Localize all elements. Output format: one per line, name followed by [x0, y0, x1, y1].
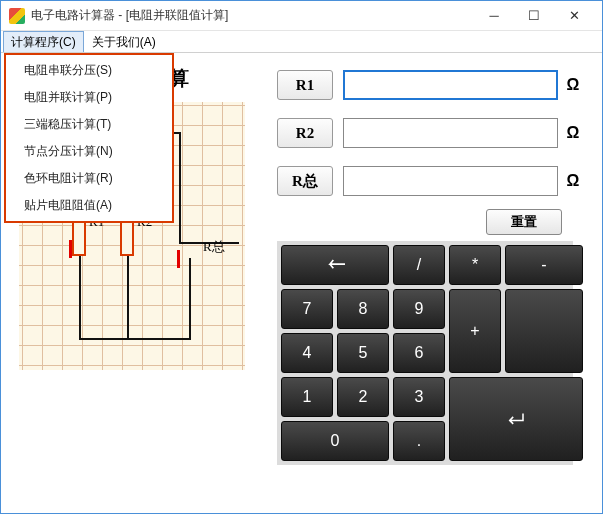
maximize-button[interactable]: ☐ — [514, 2, 554, 30]
menu-item-parallel[interactable]: 电阻并联计算(P) — [6, 84, 172, 111]
key-spacer-right[interactable] — [505, 289, 583, 373]
menu-item-colorring[interactable]: 色环电阻计算(R) — [6, 165, 172, 192]
menu-about[interactable]: 关于我们(A) — [84, 31, 164, 52]
key-enter[interactable] — [449, 377, 583, 461]
key-multiply[interactable]: * — [449, 245, 501, 285]
key-backspace[interactable] — [281, 245, 389, 285]
menu-item-smd[interactable]: 贴片电阻阻值(A) — [6, 192, 172, 219]
key-3[interactable]: 3 — [393, 377, 445, 417]
menu-item-regulator[interactable]: 三端稳压计算(T) — [6, 111, 172, 138]
menu-calc[interactable]: 计算程序(C) 电阻串联分压(S) 电阻并联计算(P) 三端稳压计算(T) 节点… — [3, 31, 84, 52]
menu-calc-dropdown: 电阻串联分压(S) 电阻并联计算(P) 三端稳压计算(T) 节点分压计算(N) … — [4, 53, 174, 223]
close-button[interactable]: ✕ — [554, 2, 594, 30]
key-7[interactable]: 7 — [281, 289, 333, 329]
key-1[interactable]: 1 — [281, 377, 333, 417]
label-r1: R1 — [277, 70, 333, 100]
unit-r1: Ω — [562, 76, 584, 94]
titlebar: 电子电路计算器 - [电阻并联阻值计算] ─ ☐ ✕ — [1, 1, 602, 31]
key-add[interactable]: + — [449, 289, 501, 373]
key-8[interactable]: 8 — [337, 289, 389, 329]
key-4[interactable]: 4 — [281, 333, 333, 373]
right-pane: R1 Ω R2 Ω R总 Ω 重置 / * - 7 8 9 — [249, 65, 584, 505]
reset-row: 重置 — [277, 209, 562, 235]
key-subtract[interactable]: - — [505, 245, 583, 285]
menu-item-series[interactable]: 电阻串联分压(S) — [6, 57, 172, 84]
key-9[interactable]: 9 — [393, 289, 445, 329]
menu-item-node[interactable]: 节点分压计算(N) — [6, 138, 172, 165]
input-r2[interactable] — [343, 118, 558, 148]
menu-about-label: 关于我们(A) — [92, 35, 156, 49]
key-divide[interactable]: / — [393, 245, 445, 285]
keypad: / * - 7 8 9 + 4 5 6 1 2 3 0 . — [277, 241, 573, 465]
label-rtotal: R总 — [277, 166, 333, 196]
key-5[interactable]: 5 — [337, 333, 389, 373]
field-row-r2: R2 Ω — [277, 113, 584, 153]
input-rtotal[interactable] — [343, 166, 558, 196]
menubar: 计算程序(C) 电阻串联分压(S) 电阻并联计算(P) 三端稳压计算(T) 节点… — [1, 31, 602, 53]
diagram-rtotal-label: R总 — [203, 238, 225, 256]
label-r2: R2 — [277, 118, 333, 148]
unit-rtotal: Ω — [562, 172, 584, 190]
key-2[interactable]: 2 — [337, 377, 389, 417]
reset-button[interactable]: 重置 — [486, 209, 562, 235]
window-title: 电子电路计算器 - [电阻并联阻值计算] — [31, 7, 474, 24]
diagram-tick — [177, 250, 180, 268]
key-0[interactable]: 0 — [281, 421, 389, 461]
unit-r2: Ω — [562, 124, 584, 142]
key-dot[interactable]: . — [393, 421, 445, 461]
backspace-icon — [325, 258, 345, 272]
enter-icon — [506, 412, 526, 426]
input-r1[interactable] — [343, 70, 558, 100]
app-icon — [9, 8, 25, 24]
menu-calc-label: 计算程序(C) — [11, 35, 76, 49]
key-6[interactable]: 6 — [393, 333, 445, 373]
minimize-button[interactable]: ─ — [474, 2, 514, 30]
field-row-r1: R1 Ω — [277, 65, 584, 105]
field-row-rtotal: R总 Ω — [277, 161, 584, 201]
diagram-tick — [69, 240, 72, 258]
